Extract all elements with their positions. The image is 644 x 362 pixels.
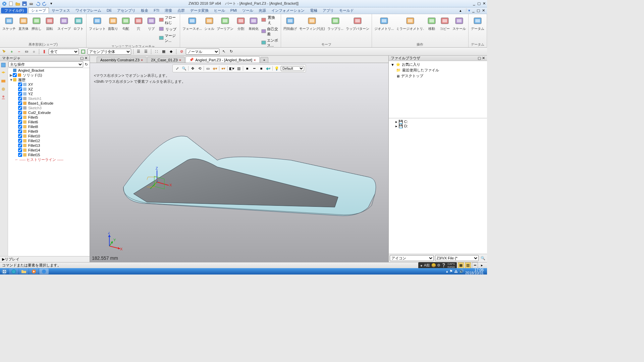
ribbon-btn[interactable]: ロフト	[72, 15, 85, 32]
tree-item[interactable]: Fillet13	[8, 143, 90, 148]
menu-tab-10[interactable]: ヒール	[211, 8, 228, 13]
menu-tab-3[interactable]: DE	[104, 8, 114, 13]
save-icon[interactable]	[21, 1, 28, 7]
redo-icon[interactable]	[42, 1, 48, 7]
ribbon-minimize-icon[interactable]: ▴	[460, 8, 462, 13]
browser-item[interactable]: ▼ ⭐ お気に入り	[389, 62, 486, 67]
document-tab[interactable]: 2X_Case_01.Z3 ×	[147, 57, 185, 63]
ribbon-btn[interactable]: 押出し	[30, 15, 43, 32]
menu-tab-11[interactable]: PMI	[228, 8, 240, 13]
tab-close-icon[interactable]: ×	[141, 58, 143, 62]
view-mode-2-icon[interactable]: ▥	[465, 262, 471, 268]
ribbon-btn[interactable]: フェースオ...	[181, 15, 203, 32]
menu-tab-14[interactable]: インフォメーション	[269, 8, 307, 13]
doc-max-icon[interactable]: ▢	[477, 8, 480, 13]
browse-icon[interactable]: 🔍	[480, 255, 486, 261]
pan-icon[interactable]: ✥	[190, 65, 196, 71]
new-tab-button[interactable]: +	[260, 57, 268, 63]
ribbon-btn[interactable]: ブーリアン	[216, 15, 234, 32]
iso-view-icon[interactable]: ◈▾	[212, 65, 218, 71]
system-clock[interactable]: 17:062018/10/31	[465, 268, 485, 275]
ribbon-btn-small[interactable]: エンボス...	[260, 38, 279, 48]
ribbon-btn[interactable]: ラップパターン	[345, 15, 370, 32]
document-tab[interactable]: Assembly Constraint.Z3 ×	[97, 57, 147, 63]
ribbon-btn[interactable]: ジオメトリ...	[373, 15, 395, 32]
view-tab-icon[interactable]	[1, 78, 7, 84]
menu-tab-6[interactable]: FTI	[151, 8, 162, 13]
ribbon-btn[interactable]: 円筒曲げ	[282, 15, 298, 32]
layer-tab-icon[interactable]	[1, 70, 7, 76]
tree-checkbox[interactable]	[18, 82, 22, 86]
menu-tab-4[interactable]: アセンブリ	[114, 8, 138, 13]
tree-item[interactable]: Base1_Extrude	[8, 101, 90, 106]
ribbon-btn[interactable]: コピー	[438, 15, 451, 32]
tree-item[interactable]: Fillet6	[8, 120, 90, 124]
ribbon-btn[interactable]: スケール	[451, 15, 467, 32]
browser-item[interactable]: 🖥 デスクトップ	[389, 73, 486, 79]
tree-checkbox[interactable]	[18, 115, 22, 119]
tree-checkbox[interactable]	[18, 92, 22, 96]
tree-checkbox[interactable]	[18, 129, 22, 133]
tree-checkbox[interactable]	[18, 120, 22, 124]
view-mode-1-icon[interactable]: ▦	[458, 262, 464, 268]
menu-tab-7[interactable]: 溶接	[162, 8, 175, 13]
tree-checkbox[interactable]	[18, 143, 22, 147]
layer-select[interactable]: Default	[281, 66, 304, 71]
app-icon[interactable]	[1, 1, 7, 7]
marker-icon[interactable]: ◆	[168, 49, 174, 55]
ribbon-btn-small[interactable]: マージン...	[158, 33, 178, 44]
doc-min-icon[interactable]: ⎯	[472, 8, 475, 13]
tree-checkbox[interactable]	[13, 73, 17, 77]
open-icon[interactable]	[15, 1, 21, 7]
material-icon[interactable]: ◆▾	[265, 65, 271, 71]
tree-item[interactable]: Sketch1	[8, 96, 90, 101]
taskbar-media-icon[interactable]	[29, 268, 39, 274]
tray-network-icon[interactable]: 🖧	[454, 269, 458, 274]
menu-tab-13[interactable]: 光源	[256, 8, 269, 13]
pick-icon[interactable]	[1, 49, 7, 55]
line-icon[interactable]: ━	[251, 65, 257, 71]
tree-reset-icon[interactable]: ↻	[83, 61, 89, 67]
ribbon-btn[interactable]: 穴	[132, 15, 145, 32]
tree-item[interactable]: Fillet5	[8, 115, 90, 120]
shade-icon[interactable]: ●▾	[220, 65, 226, 71]
history-tab-icon[interactable]	[1, 62, 7, 68]
box-select-icon[interactable]: ▭	[23, 49, 30, 55]
view-triad[interactable]: X Y Z	[103, 232, 123, 252]
tree-checkbox[interactable]	[18, 153, 22, 157]
status-arrow-icon[interactable]: ▸	[479, 262, 485, 268]
tree-checkbox[interactable]	[18, 97, 22, 101]
tree-item[interactable]: ← ----- ヒストリーライン -----	[8, 157, 90, 162]
tree-mode-select[interactable]: 主な操作	[8, 61, 83, 67]
align-left-icon[interactable]: ☰	[136, 49, 142, 55]
menu-tab-15[interactable]: 電極	[307, 8, 320, 13]
ribbon-btn[interactable]: モーフィング(点)	[298, 15, 326, 32]
menu-tab-1[interactable]: サーフェス	[49, 8, 73, 13]
view-mode-3-icon[interactable]: ━	[472, 262, 478, 268]
minimize-icon[interactable]: ⎯	[473, 1, 475, 6]
ribbon-btn[interactable]: 単純化	[247, 15, 260, 32]
menu-tab-2[interactable]: ワイヤフレーム	[73, 8, 104, 13]
menu-tab-8[interactable]: 点群	[175, 8, 187, 13]
ribbon-btn[interactable]: 直方体	[17, 15, 30, 32]
tree-item[interactable]: Sketch3	[8, 106, 90, 110]
menu-tab-17[interactable]: モールド	[336, 8, 357, 13]
file-menu[interactable]: ファイル(F)	[1, 8, 27, 13]
snap-icon[interactable]: ⸬	[153, 49, 159, 55]
tree-checkbox[interactable]	[18, 148, 22, 152]
ribbon-btn[interactable]: スケッチ	[1, 15, 17, 32]
remove-icon[interactable]: −	[16, 49, 22, 55]
tray-volume-icon[interactable]: 🔊	[459, 269, 464, 274]
tree-checkbox[interactable]	[18, 111, 22, 115]
maximize-icon[interactable]: ▢	[477, 1, 481, 6]
front-view-icon[interactable]: ▭	[205, 65, 211, 71]
drive-item[interactable]: ▸ 💾 C:	[390, 120, 486, 124]
doc-close-icon[interactable]: ✕	[482, 8, 485, 13]
scope-icon[interactable]	[80, 49, 86, 55]
tree-item[interactable]: XY	[8, 82, 90, 87]
tab-close-icon[interactable]: ×	[179, 58, 181, 62]
close-icon[interactable]: ✕	[483, 1, 486, 6]
ribbon-btn[interactable]: ラップリ...	[326, 15, 344, 32]
ribbon-btn-small[interactable]: フローねじ	[158, 15, 178, 25]
filter-icon[interactable]	[41, 49, 47, 55]
